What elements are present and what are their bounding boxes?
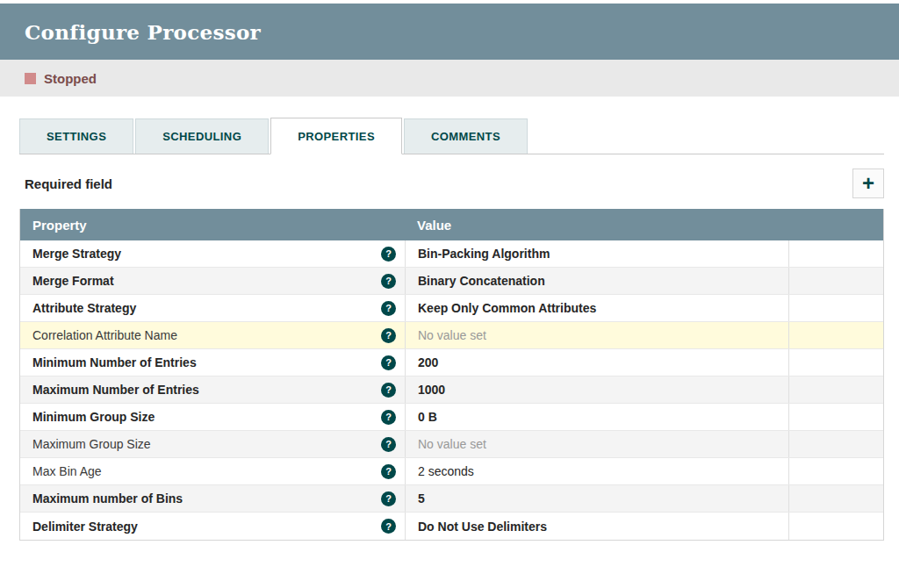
row-actions-cell [788,376,883,403]
table-header: Property Value [20,209,883,240]
dialog-header: Configure Processor [0,4,899,60]
value-cell[interactable]: 2 seconds [405,458,788,484]
value-cell[interactable]: 200 [405,349,788,376]
property-name: Minimum Group Size [32,410,155,424]
table-row[interactable]: Minimum Group Size ? 0 B [20,404,883,431]
property-cell: Delimiter Strategy ? [20,513,405,540]
help-icon[interactable]: ? [381,328,396,343]
status-bar: Stopped [0,60,899,97]
tab-bar: SETTINGS SCHEDULING PROPERTIES COMMENTS [19,118,884,154]
column-header-property: Property [20,218,405,233]
tab-label: PROPERTIES [298,130,375,143]
row-actions-cell [788,431,883,457]
value-cell[interactable]: Bin-Packing Algorithm [405,240,788,267]
property-cell: Merge Format ? [20,268,405,294]
tab-comments[interactable]: COMMENTS [404,118,528,154]
property-cell: Merge Strategy ? [20,240,405,267]
value-cell[interactable]: No value set [405,431,788,457]
help-icon[interactable]: ? [381,437,396,452]
property-cell: Maximum number of Bins ? [20,485,405,512]
property-name: Max Bin Age [32,464,102,478]
property-cell: Max Bin Age ? [20,458,405,484]
property-cell: Minimum Number of Entries ? [20,349,405,376]
page-title: Configure Processor [25,20,261,44]
help-icon[interactable]: ? [381,519,396,534]
tab-properties[interactable]: PROPERTIES [270,118,402,154]
properties-table: Property Value Merge Strategy ? Bin-Pack… [19,209,884,541]
help-icon[interactable]: ? [381,383,396,398]
dialog-content: SETTINGS SCHEDULING PROPERTIES COMMENTS … [0,97,899,541]
property-cell: Correlation Attribute Name ? [20,322,405,348]
help-icon[interactable]: ? [381,301,396,316]
required-field-label: Required field [19,176,112,191]
row-actions-cell [788,349,883,376]
row-actions-cell [788,295,883,321]
value-cell[interactable]: Keep Only Common Attributes [405,295,788,321]
value-cell[interactable]: No value set [405,322,788,348]
table-row[interactable]: Correlation Attribute Name ? No value se… [20,322,883,349]
tab-scheduling[interactable]: SCHEDULING [135,118,269,154]
row-actions-cell [788,268,883,294]
property-name: Minimum Number of Entries [32,355,197,369]
property-cell: Minimum Group Size ? [20,404,405,430]
value-cell[interactable]: 0 B [405,404,788,430]
value-cell[interactable]: Binary Concatenation [405,268,788,294]
help-icon[interactable]: ? [381,355,396,370]
row-actions-cell [788,513,883,540]
property-name: Maximum Number of Entries [32,383,199,397]
help-icon[interactable]: ? [381,274,396,289]
property-cell: Attribute Strategy ? [20,295,405,321]
help-icon[interactable]: ? [381,410,396,425]
help-icon[interactable]: ? [381,247,396,262]
tab-label: SCHEDULING [162,130,241,143]
property-name: Delimiter Strategy [32,520,138,534]
property-name: Correlation Attribute Name [32,328,177,342]
row-actions-cell [788,485,883,512]
table-row[interactable]: Attribute Strategy ? Keep Only Common At… [20,295,883,322]
tab-label: SETTINGS [47,130,106,143]
table-row[interactable]: Maximum Group Size ? No value set [20,431,883,458]
row-actions-cell [788,458,883,484]
properties-toolbar: Required field + [19,169,884,198]
stopped-status-icon [25,73,36,84]
add-property-button[interactable]: + [852,169,884,198]
tab-label: COMMENTS [431,130,500,143]
row-actions-cell [788,404,883,430]
table-row[interactable]: Minimum Number of Entries ? 200 [20,349,883,376]
row-actions-cell [788,240,883,267]
column-header-value: Value [405,218,883,233]
table-row[interactable]: Merge Format ? Binary Concatenation [20,268,883,295]
tab-settings[interactable]: SETTINGS [19,118,133,154]
configure-processor-dialog: Configure Processor Stopped SETTINGS SCH… [0,4,899,541]
table-row[interactable]: Maximum number of Bins ? 5 [20,485,883,513]
property-name: Attribute Strategy [32,301,136,315]
value-cell[interactable]: 5 [405,485,788,512]
help-icon[interactable]: ? [381,491,396,506]
property-cell: Maximum Group Size ? [20,431,405,457]
table-row[interactable]: Delimiter Strategy ? Do Not Use Delimite… [20,513,883,540]
status-label: Stopped [44,71,97,86]
table-row[interactable]: Max Bin Age ? 2 seconds [20,458,883,485]
table-row[interactable]: Maximum Number of Entries ? 1000 [20,376,883,404]
value-cell[interactable]: Do Not Use Delimiters [405,513,788,540]
row-actions-cell [788,322,883,348]
property-name: Maximum number of Bins [32,491,183,506]
table-body: Merge Strategy ? Bin-Packing Algorithm M… [20,240,883,540]
table-row[interactable]: Merge Strategy ? Bin-Packing Algorithm [20,240,883,268]
property-name: Maximum Group Size [32,437,151,451]
value-cell[interactable]: 1000 [405,376,788,403]
property-cell: Maximum Number of Entries ? [20,376,405,403]
help-icon[interactable]: ? [381,464,396,479]
property-name: Merge Format [32,274,114,288]
property-name: Merge Strategy [32,247,121,261]
